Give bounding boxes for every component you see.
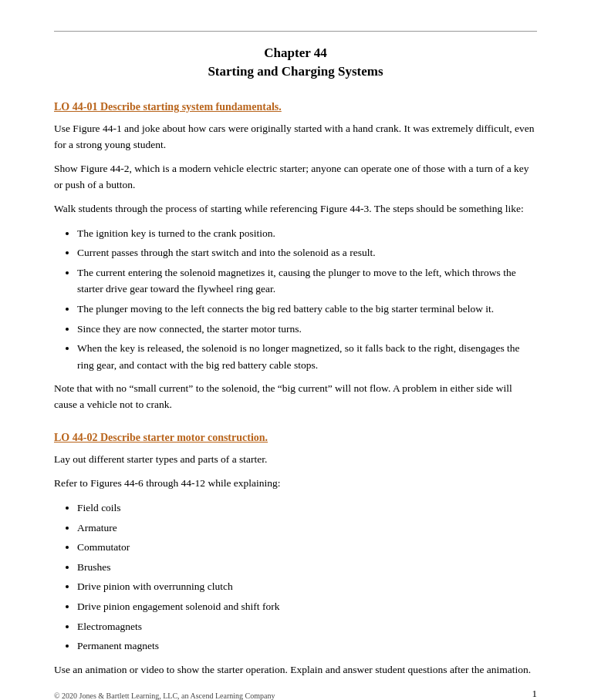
list-item: Brushes [77,559,537,576]
footer-page-number: 1 [532,688,538,700]
list-item: The plunger moving to the left connects … [77,301,537,318]
closing-paragraph-lo-44-02: Use an animation or video to show the st… [54,662,537,678]
list-item: Armature [77,520,537,537]
paragraph-3-lo-44-01: Walk students through the process of sta… [54,201,537,217]
list-item: Current passes through the start switch … [77,244,537,261]
closing-paragraph-lo-44-01: Note that with no “small current” to the… [54,381,537,413]
chapter-title: Chapter 44 [54,45,537,61]
list-item: Commutator [77,539,537,556]
paragraph-2-lo-44-02: Refer to Figures 44-6 through 44-12 whil… [54,476,537,492]
list-item: Field coils [77,500,537,517]
section-heading-lo-44-01: LO 44-01 Describe starting system fundam… [54,101,537,113]
paragraph-2-lo-44-01: Show Figure 44-2, which is a modern vehi… [54,161,537,194]
list-item: Electromagnets [77,618,537,635]
footer-copyright: © 2020 Jones & Bartlett Learning, LLC, a… [54,692,275,700]
chapter-subtitle: Starting and Charging Systems [54,64,537,79]
section-lo-44-01: LO 44-01 Describe starting system fundam… [54,101,537,413]
section-heading-lo-44-02: LO 44-02 Describe starter motor construc… [54,432,537,444]
list-item: Since they are now connected, the starte… [77,321,537,338]
top-border [54,31,537,32]
list-item: The current entering the solenoid magnet… [77,264,537,298]
list-item: Drive pinion engagement solenoid and shi… [77,598,537,615]
paragraph-1-lo-44-02: Lay out different starter types and part… [54,452,537,468]
list-item: The ignition key is turned to the crank … [77,225,537,242]
section-lo-44-02: LO 44-02 Describe starter motor construc… [54,432,537,678]
paragraph-1-lo-44-01: Use Figure 44-1 and joke about how cars … [54,121,537,153]
bullet-list-lo-44-01: The ignition key is turned to the crank … [77,225,537,374]
footer: © 2020 Jones & Bartlett Learning, LLC, a… [54,688,537,700]
bullet-list-lo-44-02: Field coils Armature Commutator Brushes … [77,500,537,655]
page: Chapter 44 Starting and Charging Systems… [0,0,591,700]
list-item: Permanent magnets [77,638,537,655]
list-item: Drive pinion with overrunning clutch [77,578,537,595]
list-item: When the key is released, the solenoid i… [77,340,537,373]
